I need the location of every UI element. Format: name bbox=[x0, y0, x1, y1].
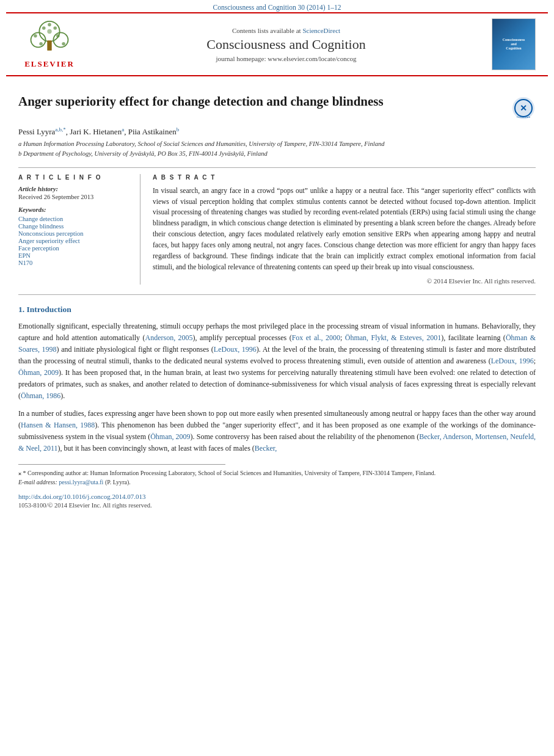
main-content: Anger superiority effect for change dete… bbox=[0, 76, 554, 521]
keyword-7: N170 bbox=[18, 260, 131, 266]
journal-center-info: Contents lists available at ScienceDirec… bbox=[83, 27, 489, 62]
svg-point-7 bbox=[34, 34, 37, 38]
abstract-text: In visual search, an angry face in a cro… bbox=[153, 186, 536, 273]
svg-text:CrossMark: CrossMark bbox=[517, 115, 531, 118]
svg-point-6 bbox=[48, 23, 51, 26]
author2-name: , Jari K. Hietanen bbox=[66, 127, 122, 136]
journal-title: Consciousness and Cognition bbox=[83, 37, 489, 53]
author3-super: b bbox=[177, 126, 180, 133]
contents-line: Contents lists available at ScienceDirec… bbox=[83, 27, 489, 34]
ref-hansen1988[interactable]: Hansen & Hansen, 1988 bbox=[21, 421, 95, 429]
ref-ohman2001[interactable]: Öhman, Flykt, & Esteves, 2001 bbox=[345, 333, 441, 342]
svg-rect-3 bbox=[47, 40, 51, 51]
svg-point-11 bbox=[47, 29, 51, 33]
article-title: Anger superiority effect for change dete… bbox=[18, 93, 511, 110]
keyword-2: Change blindness bbox=[18, 223, 131, 230]
elsevier-brand: ELSEVIER bbox=[24, 59, 75, 69]
ref-ledoux1996a[interactable]: LeDoux, 1996 bbox=[214, 345, 257, 354]
doi-link[interactable]: http://dx.doi.org/10.1016/j.concog.2014.… bbox=[18, 493, 536, 500]
ref-ohman2009a[interactable]: Öhman, 2009 bbox=[18, 368, 59, 377]
abstract-heading: A B S T R A C T bbox=[153, 174, 536, 181]
footnote-star: ⁎ bbox=[18, 470, 23, 476]
svg-point-4 bbox=[42, 26, 46, 30]
keyword-1: Change detection bbox=[18, 216, 131, 222]
affiliations: a Human Information Processing Laborator… bbox=[18, 139, 536, 159]
svg-point-5 bbox=[53, 26, 57, 30]
bottom-links: http://dx.doi.org/10.1016/j.concog.2014.… bbox=[18, 493, 536, 509]
journal-citation: Consciousness and Cognition 30 (2014) 1–… bbox=[213, 4, 341, 11]
author1-super: a,b,* bbox=[55, 126, 66, 133]
footnote-email-label: E-mail address: bbox=[18, 479, 59, 485]
ref-ohman1998[interactable]: Öhman & Soares, 1998 bbox=[18, 333, 536, 354]
ref-ohman2009b[interactable]: Öhman, 2009 bbox=[150, 432, 190, 441]
ref-ohman1986[interactable]: Öhman, 1986 bbox=[21, 391, 60, 400]
author3-name: , Piia Astikainen bbox=[124, 127, 177, 136]
article-title-section: Anger superiority effect for change dete… bbox=[18, 93, 536, 120]
keyword-5: Face perception bbox=[18, 245, 131, 252]
svg-point-10 bbox=[62, 42, 65, 46]
author1-name: Pessi Lyyra bbox=[18, 127, 55, 136]
keywords-list: Change detection Change blindness Noncon… bbox=[18, 216, 131, 266]
history-label: Article history: bbox=[18, 186, 131, 192]
footnote-section: ⁎ * Corresponding author at: Human Infor… bbox=[18, 468, 536, 487]
right-column: A B S T R A C T In visual search, an ang… bbox=[153, 174, 536, 285]
journal-thumbnail: ConsciousnessandCognition bbox=[489, 18, 538, 70]
keyword-4: Anger superiority effect bbox=[18, 238, 131, 244]
intro-para2: In a number of studies, faces expressing… bbox=[18, 408, 536, 454]
issn-text: 1053-8100/© 2014 Elsevier Inc. All right… bbox=[18, 502, 152, 509]
keyword-6: EPN bbox=[18, 252, 131, 259]
ref-becker-cont[interactable]: Becker, bbox=[255, 444, 277, 453]
footnote-divider bbox=[18, 464, 225, 465]
ref-anderson2005[interactable]: Anderson, 2005 bbox=[145, 333, 193, 342]
thumb-title: ConsciousnessandCognition bbox=[503, 38, 525, 51]
affiliation-b: b Department of Psychology, University o… bbox=[18, 149, 536, 159]
crossmark-svg: ✕ CrossMark bbox=[511, 96, 536, 120]
footnote-email[interactable]: pessi.lyyra@uta.fi bbox=[59, 479, 103, 485]
keyword-3: Nonconscious perception bbox=[18, 230, 131, 237]
article-info-abstract: A R T I C L E I N F O Article history: R… bbox=[18, 167, 536, 285]
intro-para1: Emotionally significant, especially thre… bbox=[18, 321, 536, 402]
left-column: A R T I C L E I N F O Article history: R… bbox=[18, 174, 140, 285]
ref-becker2011[interactable]: Becker, Anderson, Mortensen, Neufeld, & … bbox=[18, 432, 536, 453]
crossmark-icon: ✕ CrossMark bbox=[511, 96, 536, 120]
journal-homepage: journal homepage: www.elsevier.com/locat… bbox=[83, 55, 489, 62]
received-date: Received 26 September 2013 bbox=[18, 194, 131, 200]
article-info-heading: A R T I C L E I N F O bbox=[18, 174, 131, 181]
authors-line: Pessi Lyyraa,b,*, Jari K. Hietanena, Pii… bbox=[18, 126, 536, 137]
page: Consciousness and Cognition 30 (2014) 1–… bbox=[0, 0, 554, 756]
intro-heading: 1. Introduction bbox=[18, 305, 536, 314]
svg-text:✕: ✕ bbox=[520, 104, 527, 113]
elsevier-tree-icon bbox=[25, 20, 74, 57]
footnote-email-person: (P. Lyyra). bbox=[105, 479, 131, 485]
section-divider bbox=[18, 294, 536, 295]
keywords-label: Keywords: bbox=[18, 206, 131, 213]
journal-header: ELSEVIER Contents lists available at Sci… bbox=[6, 12, 548, 76]
svg-point-8 bbox=[39, 42, 43, 46]
top-citation-bar: Consciousness and Cognition 30 (2014) 1–… bbox=[0, 0, 554, 12]
copyright: © 2014 Elsevier Inc. All rights reserved… bbox=[153, 277, 536, 285]
sciencedirect-link[interactable]: ScienceDirect bbox=[302, 27, 340, 34]
affiliation-a: a Human Information Processing Laborator… bbox=[18, 139, 536, 149]
footnote-text-content: * Corresponding author at: Human Informa… bbox=[23, 470, 436, 476]
svg-point-9 bbox=[56, 34, 60, 38]
ref-fox2000[interactable]: Fox et al., 2000 bbox=[292, 333, 340, 342]
ref-ledoux1996b[interactable]: LeDoux, 1996 bbox=[491, 357, 534, 365]
thumb-cover: ConsciousnessandCognition bbox=[492, 18, 536, 70]
elsevier-logo: ELSEVIER bbox=[16, 20, 83, 69]
